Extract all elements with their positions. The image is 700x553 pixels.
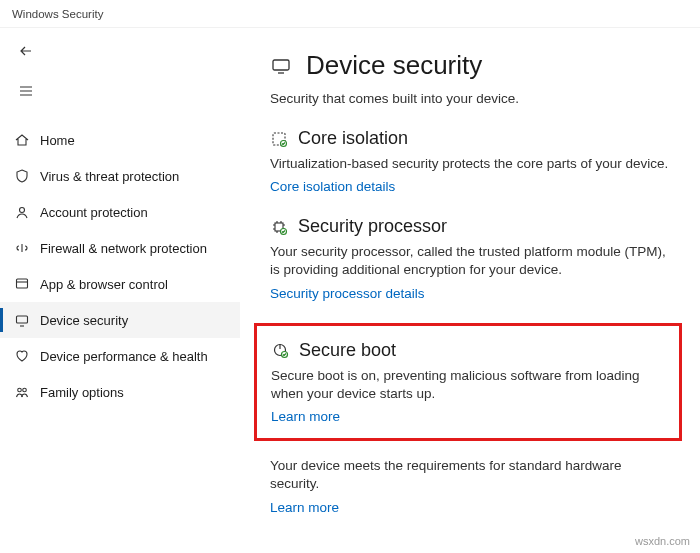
device-icon xyxy=(270,55,292,77)
section-security-processor: Security processor Your security process… xyxy=(270,216,672,300)
sidebar-item-label: Firewall & network protection xyxy=(40,241,207,256)
section-title: Security processor xyxy=(298,216,447,237)
sidebar-item-label: Account protection xyxy=(40,205,148,220)
security-processor-details-link[interactable]: Security processor details xyxy=(270,286,425,301)
sidebar-item-firewall[interactable]: Firewall & network protection xyxy=(0,230,240,266)
section-desc: Your security processor, called the trus… xyxy=(270,243,672,279)
svg-point-3 xyxy=(18,388,22,392)
sidebar-item-device-security[interactable]: Device security xyxy=(0,302,240,338)
page-title: Device security xyxy=(306,50,482,81)
svg-rect-1 xyxy=(17,279,28,288)
home-icon xyxy=(14,132,40,148)
page-subtitle: Security that comes built into your devi… xyxy=(270,91,672,106)
sidebar-item-label: Device security xyxy=(40,313,128,328)
main-content: Device security Security that comes buil… xyxy=(240,28,700,553)
sidebar-item-account[interactable]: Account protection xyxy=(0,194,240,230)
sidebar: Home Virus & threat protection Account p… xyxy=(0,28,240,553)
device-security-icon xyxy=(14,312,40,328)
section-core-isolation: Core isolation Virtualization-based secu… xyxy=(270,128,672,194)
core-isolation-icon xyxy=(270,130,288,148)
family-icon xyxy=(14,384,40,400)
svg-rect-5 xyxy=(273,60,289,70)
sidebar-item-home[interactable]: Home xyxy=(0,122,240,158)
processor-icon xyxy=(270,218,288,236)
watermark: wsxdn.com xyxy=(635,535,690,547)
sidebar-item-label: Family options xyxy=(40,385,124,400)
section-title: Secure boot xyxy=(299,340,396,361)
svg-rect-2 xyxy=(17,316,28,323)
sidebar-item-label: App & browser control xyxy=(40,277,168,292)
sidebar-item-virus[interactable]: Virus & threat protection xyxy=(0,158,240,194)
footer-desc: Your device meets the requirements for s… xyxy=(270,457,672,493)
back-button[interactable] xyxy=(6,34,46,68)
section-desc: Secure boot is on, preventing malicious … xyxy=(271,367,665,403)
sidebar-item-label: Home xyxy=(40,133,75,148)
secure-boot-icon xyxy=(271,341,289,359)
hardware-security-learn-more-link[interactable]: Learn more xyxy=(270,500,339,515)
back-arrow-icon xyxy=(18,43,34,59)
sidebar-item-app-browser[interactable]: App & browser control xyxy=(0,266,240,302)
svg-point-4 xyxy=(23,388,27,392)
health-icon xyxy=(14,348,40,364)
core-isolation-details-link[interactable]: Core isolation details xyxy=(270,179,395,194)
firewall-icon xyxy=(14,240,40,256)
section-secure-boot: Secure boot Secure boot is on, preventin… xyxy=(271,340,665,424)
window-title: Windows Security xyxy=(12,8,103,20)
account-icon xyxy=(14,204,40,220)
nav-list: Home Virus & threat protection Account p… xyxy=(0,122,240,410)
shield-icon xyxy=(14,168,40,184)
sidebar-item-label: Device performance & health xyxy=(40,349,208,364)
page-header: Device security xyxy=(270,50,672,81)
sidebar-item-family[interactable]: Family options xyxy=(0,374,240,410)
section-desc: Virtualization-based security protects t… xyxy=(270,155,672,173)
secure-boot-highlight: Secure boot Secure boot is on, preventin… xyxy=(254,323,682,441)
section-hardware-security-status: Your device meets the requirements for s… xyxy=(270,457,672,514)
sidebar-item-label: Virus & threat protection xyxy=(40,169,179,184)
window-titlebar: Windows Security xyxy=(0,0,700,28)
section-title: Core isolation xyxy=(298,128,408,149)
svg-point-0 xyxy=(20,208,25,213)
sidebar-item-performance[interactable]: Device performance & health xyxy=(0,338,240,374)
hamburger-button[interactable] xyxy=(6,74,46,108)
secure-boot-learn-more-link[interactable]: Learn more xyxy=(271,409,340,424)
hamburger-icon xyxy=(18,83,34,99)
app-browser-icon xyxy=(14,276,40,292)
